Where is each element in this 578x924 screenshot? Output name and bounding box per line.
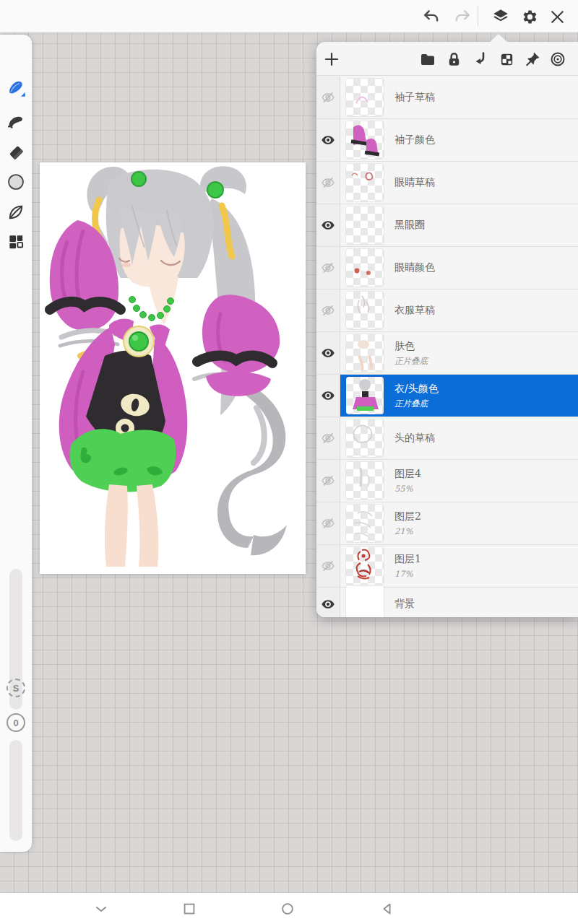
layer-blend-mode: 正片叠底 [394,356,428,367]
layer-opacity: 17% [394,569,421,579]
layer-thumbnail [346,585,384,618]
layer-row[interactable]: 袖子颜色 [316,119,578,162]
layer-thumbnail [346,292,384,329]
layer-hidden-eye-icon[interactable] [316,502,340,544]
leaf-tool-icon[interactable] [6,202,26,222]
layer-row[interactable]: 头的草稿 [316,417,578,460]
opacity-slider[interactable] [9,740,22,841]
layer-row[interactable]: 眼睛颜色 [316,247,578,289]
drawing-canvas[interactable] [40,162,306,574]
layer-thumbnail [346,79,384,116]
layer-name: 图层1 [394,553,421,566]
layer-row[interactable]: 袖子草稿 [316,77,578,119]
layer-visible-eye-icon[interactable] [316,204,340,246]
panel-notch [490,34,507,42]
layer-hidden-eye-icon[interactable] [316,460,340,502]
layer-visible-eye-icon[interactable] [316,119,340,161]
layer-thumbnail [346,334,384,372]
layer-opacity: 55% [394,484,421,494]
layer-thumbnail [346,377,384,414]
layer-blend-mode: 正片叠底 [394,398,439,409]
layer-name: 衣服草稿 [394,304,435,317]
back-button-icon[interactable] [379,900,396,918]
smudge-tool-icon[interactable] [6,112,26,132]
layer-row[interactable]: 图层455% [316,460,578,502]
layer-name: 肤色 [394,340,428,353]
layer-name: 头的草稿 [394,432,435,445]
color-circle-icon[interactable] [6,172,26,192]
brush-tool-icon[interactable] [6,78,26,98]
tool-sidebar: S 0 [0,35,32,852]
layer-name: 眼睛颜色 [394,261,435,274]
alpha-checker-icon[interactable] [497,50,516,69]
layer-hidden-eye-icon[interactable] [316,162,340,204]
eraser-tool-icon[interactable] [6,142,26,162]
settings-gear-icon[interactable] [519,6,540,27]
layer-thumbnail [346,419,384,457]
folder-icon[interactable] [418,50,437,69]
layer-opacity: 21% [394,526,421,536]
layer-row[interactable]: 图层221% [316,502,578,545]
layer-name: 衣/头颜色 [394,383,439,396]
merge-down-icon[interactable] [471,50,490,69]
layer-thumbnail [346,206,384,244]
redo-icon[interactable] [452,6,473,27]
layer-visible-eye-icon[interactable] [316,332,340,374]
layer-hidden-eye-icon[interactable] [316,417,340,459]
target-icon[interactable] [548,50,567,69]
layer-thumbnail [346,462,384,500]
layer-name: 眼睛草稿 [394,176,435,189]
android-nav-bar [0,893,578,924]
toolbar-divider [478,6,478,27]
layer-row[interactable]: 眼睛草稿 [316,162,578,204]
layers-panel-header [316,42,578,76]
layers-panel: 袖子草稿袖子颜色眼睛草稿黑眼圈眼睛颜色衣服草稿肤色正片叠底衣/头颜色正片叠底头的… [316,42,578,617]
stabilizer-label: S [13,683,20,694]
layer-name: 图层2 [394,510,421,523]
grid-tool-icon[interactable] [6,232,26,252]
layer-row[interactable]: 衣/头颜色正片叠底 [316,375,578,417]
layer-row[interactable]: 黑眼圈 [316,204,578,247]
layer-visible-eye-icon[interactable] [316,588,340,617]
layer-thumbnail [346,164,384,201]
top-bar [0,0,578,32]
close-icon[interactable] [547,6,567,27]
layer-name: 袖子颜色 [394,134,435,147]
counter-label: 0 [13,718,18,728]
lock-icon[interactable] [444,50,463,69]
layer-hidden-eye-icon[interactable] [316,77,340,118]
pin-icon[interactable] [523,50,542,69]
layer-row[interactable]: 肤色正片叠底 [316,332,578,375]
add-layer-icon[interactable] [322,50,341,69]
layer-thumbnail [346,547,384,585]
canvas-artwork [40,162,306,574]
layer-row[interactable]: 图层117% [316,545,578,588]
layer-thumbnail [346,505,384,542]
recents-button-icon[interactable] [181,900,198,918]
layer-name: 袖子草稿 [394,91,435,104]
layer-name: 黑眼圈 [394,219,425,232]
layer-hidden-eye-icon[interactable] [316,545,340,587]
hide-nav-chevron-icon[interactable] [92,900,110,918]
layer-visible-eye-icon[interactable] [316,375,340,417]
layer-thumbnail [346,249,384,287]
layer-name: 图层4 [394,468,421,481]
home-button-icon[interactable] [279,900,296,918]
layer-thumbnail [346,121,384,159]
layer-hidden-eye-icon[interactable] [316,247,340,289]
layer-name: 背景 [394,598,415,611]
layer-hidden-eye-icon[interactable] [316,289,340,331]
layers-icon[interactable] [491,6,511,27]
counter-button[interactable]: 0 [7,713,25,732]
stabilizer-button[interactable]: S [7,679,25,697]
layer-row[interactable]: 背景 [316,588,578,617]
layer-list: 袖子草稿袖子颜色眼睛草稿黑眼圈眼睛颜色衣服草稿肤色正片叠底衣/头颜色正片叠底头的… [316,77,578,617]
undo-icon[interactable] [421,6,441,27]
layer-row[interactable]: 衣服草稿 [316,289,578,332]
